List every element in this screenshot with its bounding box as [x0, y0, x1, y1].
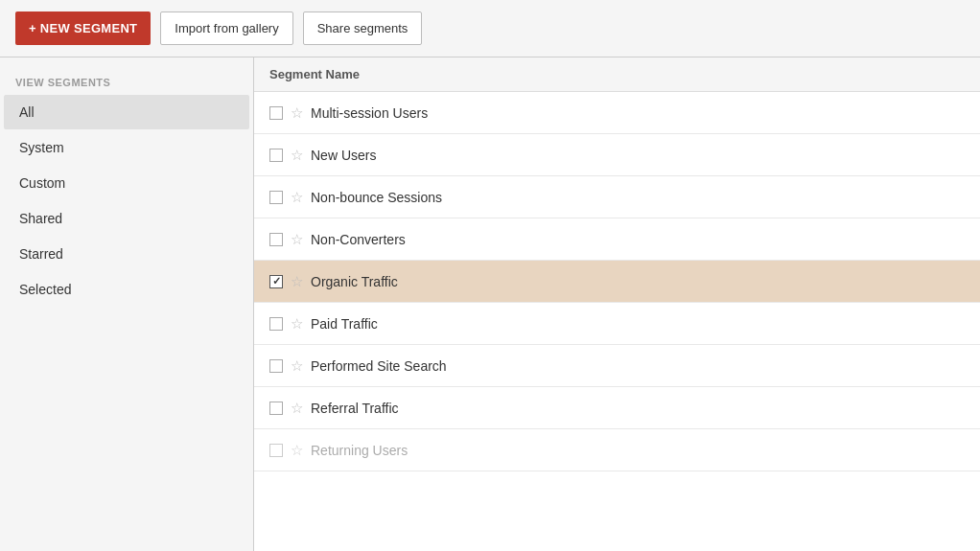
- segment-name-non-converters: Non-Converters: [311, 232, 406, 247]
- import-from-gallery-button[interactable]: Import from gallery: [160, 11, 292, 45]
- star-icon-non-bounce[interactable]: ☆: [291, 189, 303, 206]
- star-icon-multi-session[interactable]: ☆: [291, 104, 303, 122]
- table-area: Segment Name ☆ Multi-session Users ☆ New…: [254, 57, 980, 551]
- table-row: ☆ Paid Traffic: [254, 303, 980, 345]
- sidebar-item-system[interactable]: System: [4, 130, 249, 165]
- top-bar: + NEW SEGMENT Import from gallery Share …: [0, 0, 980, 57]
- row-checkbox-paid-traffic[interactable]: [269, 317, 283, 331]
- row-checkbox-new-users[interactable]: [269, 149, 283, 162]
- main-content: VIEW SEGMENTS All System Custom Shared S…: [0, 57, 980, 551]
- row-checkbox-performed-site-search[interactable]: [269, 359, 283, 373]
- segment-name-organic-traffic: Organic Traffic: [311, 274, 398, 289]
- share-segments-button[interactable]: Share segments: [303, 11, 423, 45]
- table-header: Segment Name: [254, 57, 980, 92]
- sidebar: VIEW SEGMENTS All System Custom Shared S…: [0, 57, 254, 551]
- segment-name-paid-traffic: Paid Traffic: [311, 316, 378, 332]
- segment-name-performed-site-search: Performed Site Search: [311, 358, 447, 374]
- table-row: ☆ Performed Site Search: [254, 345, 980, 387]
- star-icon-new-users[interactable]: ☆: [291, 147, 303, 164]
- table-row-faded: ☆ Returning Users: [254, 429, 980, 471]
- table-row: ☆ Multi-session Users: [254, 92, 980, 134]
- checkmark-icon: ✓: [272, 275, 281, 287]
- sidebar-section-label: VIEW SEGMENTS: [0, 65, 253, 94]
- star-icon-returning-users[interactable]: ☆: [291, 442, 303, 459]
- star-icon-referral-traffic[interactable]: ☆: [291, 400, 303, 417]
- table-row: ☆ New Users: [254, 134, 980, 176]
- segment-name-new-users: New Users: [311, 148, 376, 163]
- row-checkbox-returning-users[interactable]: [269, 444, 283, 457]
- segment-name-multi-session: Multi-session Users: [311, 105, 428, 121]
- table-row: ☆ Non-Converters: [254, 218, 980, 261]
- row-checkbox-organic-traffic[interactable]: ✓: [269, 275, 283, 288]
- table-row-selected: ✓ ☆ Organic Traffic: [254, 261, 980, 303]
- sidebar-item-selected[interactable]: Selected: [4, 272, 249, 307]
- table-row: ☆ Non-bounce Sessions: [254, 176, 980, 218]
- star-icon-organic-traffic[interactable]: ☆: [291, 273, 303, 290]
- sidebar-item-custom[interactable]: Custom: [4, 166, 249, 200]
- row-checkbox-multi-session[interactable]: [269, 106, 283, 120]
- sidebar-item-all[interactable]: All: [4, 95, 249, 129]
- row-checkbox-non-bounce[interactable]: [269, 191, 283, 204]
- star-icon-paid-traffic[interactable]: ☆: [291, 315, 303, 333]
- new-segment-button[interactable]: + NEW SEGMENT: [15, 11, 151, 45]
- table-row: ☆ Referral Traffic: [254, 387, 980, 429]
- sidebar-item-starred[interactable]: Starred: [4, 237, 249, 271]
- row-checkbox-referral-traffic[interactable]: [269, 402, 283, 415]
- segment-name-non-bounce: Non-bounce Sessions: [311, 190, 442, 205]
- star-icon-non-converters[interactable]: ☆: [291, 231, 303, 248]
- star-icon-performed-site-search[interactable]: ☆: [291, 357, 303, 375]
- segment-name-returning-users: Returning Users: [311, 443, 408, 458]
- sidebar-item-shared[interactable]: Shared: [4, 201, 249, 236]
- segment-name-referral-traffic: Referral Traffic: [311, 401, 399, 416]
- row-checkbox-non-converters[interactable]: [269, 233, 283, 246]
- segment-name-column-header: Segment Name: [269, 67, 360, 81]
